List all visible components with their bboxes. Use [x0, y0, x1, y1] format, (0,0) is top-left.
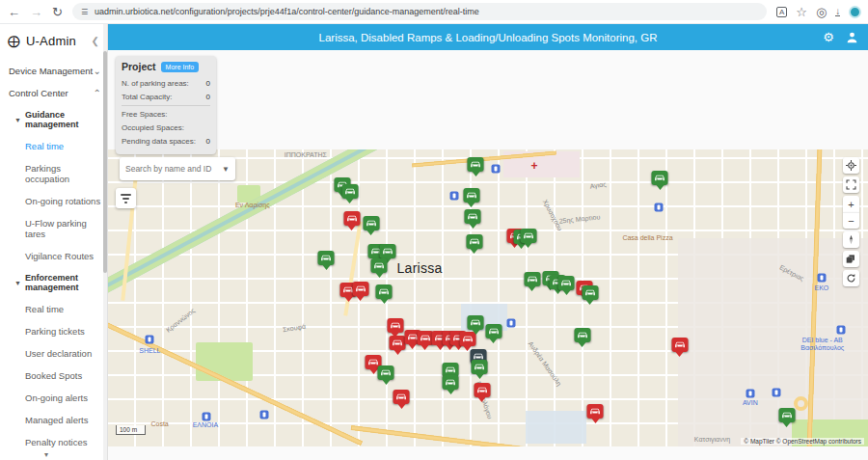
stat-value: 0	[206, 93, 210, 101]
forward-icon[interactable]: →	[30, 6, 42, 18]
parking-spot-marker-free[interactable]	[378, 365, 394, 380]
map-label: 25ης Μαρτιου	[558, 214, 600, 225]
fuel-station-icon	[654, 203, 663, 212]
map-layers-button[interactable]	[843, 251, 859, 267]
reload-icon[interactable]: ↻	[52, 6, 63, 18]
parking-spot-marker-free[interactable]	[582, 285, 598, 300]
parking-spot-marker-free[interactable]	[468, 315, 484, 330]
address-bar[interactable]: ☰ uadmin.urbiotica.net/configuration/pro…	[72, 3, 767, 20]
sidebar-item-guidance-management[interactable]: ▼Guidance management	[0, 104, 107, 135]
parking-spot-marker-free[interactable]	[652, 171, 668, 185]
sidebar-item-label: Parkings occupation	[25, 163, 101, 184]
city-label: Larissa	[396, 260, 442, 276]
stat-label: Pending data spaces:	[122, 137, 196, 146]
project-panel-title: Project	[122, 61, 156, 72]
more-info-button[interactable]: More Info	[161, 62, 200, 72]
map-label: Χρυσοχοου	[542, 198, 564, 231]
sidebar-item-vigilance-routes[interactable]: Vigilance Routes	[0, 245, 107, 267]
parking-spot-marker-occupied[interactable]	[671, 338, 688, 352]
map-filter-button[interactable]	[116, 188, 136, 208]
sidebar: ⨁ U-Admin ❮ Device Management⌄Control Ce…	[0, 24, 108, 460]
sidebar-scrollbar[interactable]	[103, 24, 107, 460]
parking-spot-marker-occupied[interactable]	[417, 331, 433, 345]
sidebar-scrollbar-thumb[interactable]	[103, 51, 107, 273]
sidebar-item-alert-images[interactable]: Alert images	[0, 453, 107, 460]
parking-spot-marker-occupied[interactable]	[393, 390, 410, 404]
download-icon[interactable]: ↓	[835, 7, 840, 16]
map-compass-button[interactable]	[843, 231, 859, 248]
fuel-station-icon	[773, 388, 781, 396]
parking-spot-marker-occupied[interactable]	[587, 404, 604, 419]
parking-spot-marker-free[interactable]	[443, 375, 459, 390]
sidebar-item-parkings-occupation[interactable]: Parkings occupation	[0, 157, 107, 190]
map-label: Ανδρέα Μασούλη	[528, 339, 563, 387]
parking-spot-marker-occupied[interactable]	[387, 318, 403, 333]
parking-spot-marker-free[interactable]	[318, 251, 335, 265]
sidebar-item-user-declaration[interactable]: User declaration	[0, 342, 107, 365]
sidebar-item-control-center[interactable]: Control Center⌃	[0, 82, 107, 104]
parking-spot-marker-free[interactable]	[485, 324, 502, 338]
parking-spot-marker-free[interactable]	[341, 184, 358, 199]
search-input[interactable]	[125, 164, 222, 174]
sidebar-item-real-time[interactable]: Real time	[0, 135, 107, 157]
parking-spot-marker-free[interactable]	[524, 272, 540, 286]
sidebar-item-device-management[interactable]: Device Management⌄	[0, 60, 107, 82]
map-canvas[interactable]: LarissaΙΠΠΟΚΡΑΤΗΣΑγιας25ης ΜαρτιουΧρυσοχ…	[108, 149, 868, 446]
sidebar-item-enforcement-management[interactable]: ▼Enforcement management	[0, 267, 107, 298]
fuel-station-icon	[260, 411, 269, 419]
sidebar-item-on-going-rotations[interactable]: On-going rotations	[0, 190, 107, 212]
sidebar-item-penalty-notices[interactable]: Penalty notices	[0, 431, 107, 453]
sidebar-item-u-flow-parking-tares[interactable]: U-Flow parking tares	[0, 212, 107, 245]
map-label: SHELL	[139, 346, 160, 353]
parking-spot-marker-free[interactable]	[468, 157, 484, 172]
parking-spot-marker-free[interactable]	[379, 244, 395, 258]
parking-spot-marker-free[interactable]	[466, 234, 482, 249]
parking-spot-marker-free[interactable]	[376, 284, 393, 299]
sidebar-item-on-going-alerts[interactable]: On-going alerts	[0, 387, 107, 409]
sidebar-item-label: On-going rotations	[25, 196, 100, 206]
parking-spot-marker-free[interactable]	[558, 276, 575, 290]
parking-spot-marker-occupied[interactable]	[474, 383, 490, 397]
back-icon[interactable]: ←	[8, 6, 20, 18]
parking-spot-marker-free[interactable]	[371, 258, 388, 273]
parking-spot-marker-free[interactable]	[465, 209, 481, 224]
map-search-box[interactable]: ▼	[120, 157, 235, 180]
parking-spot-marker-free[interactable]	[574, 328, 590, 342]
fuel-station-icon	[507, 318, 516, 327]
fuel-station-icon	[817, 274, 826, 283]
sidebar-item-managed-alerts[interactable]: Managed alerts	[0, 409, 107, 431]
map-refresh-button[interactable]	[843, 270, 859, 286]
map-label: ΕΛΝΟΙΑ	[193, 421, 218, 428]
section-triangle-icon: ▼	[14, 117, 21, 123]
map-zoom-in-button[interactable]: +	[843, 196, 859, 212]
profile-avatar[interactable]	[849, 6, 861, 18]
sidebar-item-label: U-Flow parking tares	[25, 218, 101, 239]
sidebar-item-label: Penalty notices	[25, 437, 87, 447]
sidebar-item-booked-spots[interactable]: Booked Spots	[0, 365, 107, 387]
sidebar-item-parking-tickets[interactable]: Parking tickets	[0, 320, 107, 342]
site-info-icon[interactable]: ☰	[81, 8, 88, 16]
search-dropdown-caret-icon[interactable]: ▼	[222, 165, 230, 174]
parking-spot-marker-free[interactable]	[520, 229, 536, 243]
sidebar-item-label: Managed alerts	[25, 415, 88, 425]
user-icon[interactable]	[846, 31, 858, 43]
map-fullscreen-button[interactable]	[843, 176, 859, 193]
sidebar-collapse-icon[interactable]: ❮	[92, 36, 99, 46]
map-locate-button[interactable]	[843, 157, 859, 174]
parking-spot-marker-free[interactable]	[363, 216, 379, 230]
fuel-station-icon	[146, 336, 154, 344]
translate-icon[interactable]: A	[776, 7, 787, 17]
parking-spot-marker-free[interactable]	[472, 360, 488, 374]
parking-spot-marker-occupied[interactable]	[343, 211, 360, 226]
parking-spot-marker-free[interactable]	[463, 188, 479, 203]
bookmark-star-icon[interactable]: ☆	[796, 6, 807, 18]
sidebar-item-real-time[interactable]: Real time	[0, 298, 107, 320]
map-label: Βασιλόπουλος	[800, 344, 844, 351]
extensions-icon[interactable]: ◎	[816, 6, 827, 18]
map-zoom-out-button[interactable]: −	[843, 212, 859, 229]
map-label: AVIN	[743, 399, 758, 406]
parking-spot-marker-free[interactable]	[778, 408, 795, 422]
parking-spot-marker-occupied[interactable]	[390, 336, 406, 350]
settings-gear-icon[interactable]: ⚙	[823, 31, 834, 43]
parking-spot-marker-occupied[interactable]	[352, 282, 368, 296]
